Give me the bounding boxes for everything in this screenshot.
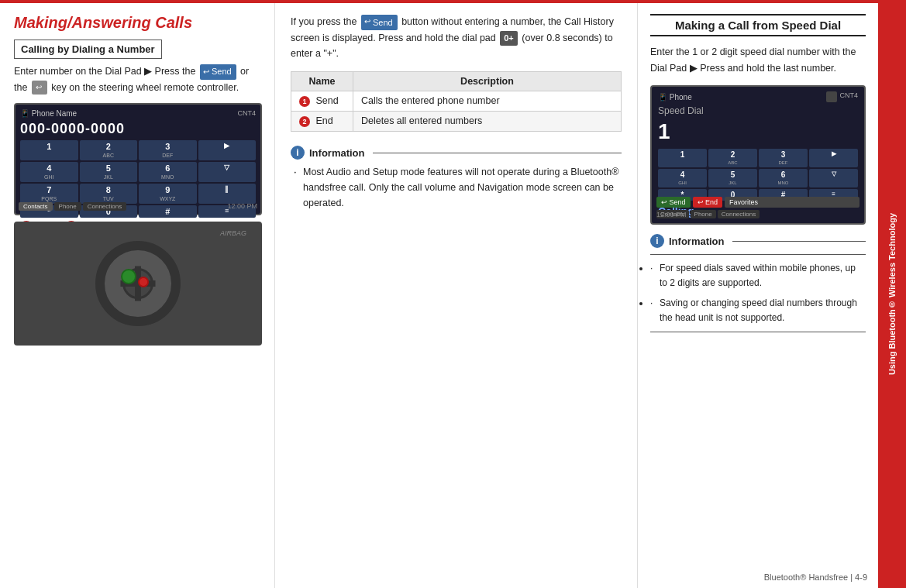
table-header-desc: Description xyxy=(353,72,622,91)
zero-badge: 0+ xyxy=(500,31,518,45)
right-body-text: Enter the 1 or 2 digit speed dial number… xyxy=(650,44,866,76)
red-end-button xyxy=(138,277,149,287)
left-column: Making/Answering Calls Calling by Dialin… xyxy=(0,3,275,588)
table-header-name: Name xyxy=(291,72,353,91)
info-list-right: ·For speed dials saved within mobile pho… xyxy=(650,261,866,325)
info-box-header-mid: i Information xyxy=(291,146,622,160)
table-row-send: 1 Send Calls the entered phone number xyxy=(291,91,622,112)
phone-header-left: 📱 Phone Name xyxy=(20,109,77,118)
psr-tab-connections: Connections xyxy=(718,210,760,218)
main-content: Making/Answering Calls Calling by Dialin… xyxy=(0,3,878,588)
psr-key-2: 2ABC xyxy=(708,149,757,167)
phone-screen-right: 📱 Phone CNT4 Speed Dial 1 1 2ABC 3DEF ▶ … xyxy=(650,85,866,225)
psr-key-1: 1 xyxy=(658,149,707,167)
steering-wheel-image: AIRBAG xyxy=(14,222,262,346)
middle-column: If you press the Send button without ent… xyxy=(275,3,638,588)
psr-btn-row: ↩ Send ↩ End Favorites xyxy=(656,197,859,208)
table-cell-end-desc: Deletes all entered numbers xyxy=(353,112,622,132)
key-7: 7PQRS xyxy=(20,184,78,204)
table-row-end: 2 End Deletes all entered numbers xyxy=(291,112,622,132)
mid-intro-text: If you press the Send button without ent… xyxy=(291,14,622,62)
psr-key-unk2: ▽ xyxy=(809,169,858,187)
psr-end-btn: ↩ End xyxy=(693,197,723,208)
info-box-right: i Information ·For speed dials saved wit… xyxy=(650,234,866,332)
psr-key-6: 6MNO xyxy=(759,169,808,187)
row2-num: 2 xyxy=(299,116,310,127)
sidebar-label: Using Bluetooth® Wireless Technology xyxy=(887,213,897,375)
key-unk2: ▽ xyxy=(198,162,257,182)
table-cell-send-name: 1 Send xyxy=(291,91,353,112)
tab-contacts: Contacts xyxy=(19,202,53,211)
table-cell-end-name: 2 End xyxy=(291,112,353,132)
psr-number: 1 xyxy=(658,119,858,144)
psr-tabs: Contacts Phone Connections xyxy=(656,210,859,218)
psr-icons: CNT4 xyxy=(826,91,858,102)
psr-tab-phone: Phone xyxy=(691,210,716,218)
steering-wheel xyxy=(95,241,181,326)
key-9: 9WXYZ xyxy=(139,184,197,204)
info-item-mid-0: ·Most Audio and Setup mode features will… xyxy=(294,164,622,211)
info-divider-right xyxy=(732,241,866,242)
sub-section-title: Calling by Dialing a Number xyxy=(14,40,162,59)
info-title-mid: Information xyxy=(309,147,365,159)
info-box-header-right: i Information xyxy=(650,234,866,248)
table-cell-send-desc: Calls the entered phone number xyxy=(353,91,622,112)
info-icon-mid: i xyxy=(291,146,305,160)
psr-send-btn: ↩ Send xyxy=(656,197,691,208)
psr-time: 12:00 PM xyxy=(656,211,687,218)
info-title-right: Information xyxy=(669,236,725,247)
psr-key-3: 3DEF xyxy=(759,149,808,167)
row1-name: Send xyxy=(315,95,338,106)
tab-phone: Phone xyxy=(54,202,81,211)
left-body-text: Enter number on the Dial Pad ▶ Press the… xyxy=(14,64,262,95)
phone-screen-left: 📱 Phone Name CNT4 000-0000-0000 1 2ABC 3… xyxy=(14,103,262,215)
key-4: 4GHI xyxy=(20,162,78,182)
divider-bottom xyxy=(650,332,866,332)
key-unk3: ‖ xyxy=(198,184,257,204)
airbag-text: AIRBAG xyxy=(220,229,246,237)
psr-key-5: 5JKL xyxy=(708,169,757,187)
key-badge-left xyxy=(32,81,47,95)
main-title: Making/Answering Calls xyxy=(14,14,262,32)
row1-num: 1 xyxy=(299,96,310,107)
row2-name: End xyxy=(315,115,332,126)
key-8: 8TUV xyxy=(80,184,138,204)
info-icon-right: i xyxy=(650,234,664,248)
mid-intro1: If you press the xyxy=(291,16,357,27)
psr-speed-dial-label: Speed Dial xyxy=(658,105,858,116)
psr-bottom: ↩ Send ↩ End Favorites Contacts Phone Co… xyxy=(656,197,859,218)
info-divider-mid xyxy=(373,153,622,153)
psr-header: 📱 Phone CNT4 xyxy=(658,91,858,102)
footer: Bluetooth® Handsfree | 4-9 xyxy=(764,573,867,582)
divider-top xyxy=(650,254,866,255)
info-list-mid: ·Most Audio and Setup mode features will… xyxy=(291,164,622,211)
psr-fav-btn: Favorites xyxy=(725,197,859,208)
tab-connections: Connections xyxy=(83,202,126,211)
key-5: 5JKL xyxy=(80,162,138,182)
phone-number: 000-0000-0000 xyxy=(20,121,256,137)
key-2: 2ABC xyxy=(80,140,138,160)
psr-header-left: 📱 Phone xyxy=(658,93,692,101)
send-badge-left: Send xyxy=(200,64,236,80)
phone-time-left: 12:00 PM xyxy=(227,202,257,211)
key-1: 1 xyxy=(20,140,78,160)
key-unk1: ▶ xyxy=(198,140,257,160)
psr-key-unk: ▶ xyxy=(809,149,858,167)
info-item-right-0: ·For speed dials saved within mobile pho… xyxy=(650,261,866,291)
send-badge-mid: Send xyxy=(361,15,398,30)
psr-icon-1 xyxy=(826,91,837,102)
info-table: Name Description 1 Send Calls the entere… xyxy=(291,71,622,132)
left-body-text1: Enter number on the Dial Pad ▶ Press the xyxy=(14,66,195,77)
right-sidebar: Using Bluetooth® Wireless Technology xyxy=(878,0,906,588)
right-section-title: Making a Call from Speed Dial xyxy=(650,14,866,36)
right-column: Making a Call from Speed Dial Enter the … xyxy=(638,3,878,588)
key-6: 6MNO xyxy=(139,162,197,182)
phone-header: 📱 Phone Name CNT4 xyxy=(20,109,256,118)
info-box-mid: i Information ·Most Audio and Setup mode… xyxy=(291,146,622,211)
footer-text: Bluetooth® Handsfree | 4-9 xyxy=(764,573,867,582)
left-body-text3: key on the steering wheel remote control… xyxy=(51,82,239,93)
green-call-button xyxy=(121,269,136,284)
phone-header-right: CNT4 xyxy=(237,109,256,117)
phone-tabs: Contacts Phone Connections 12:00 PM xyxy=(19,202,257,211)
info-item-right-1: ·Saving or changing speed dial numbers t… xyxy=(650,296,866,325)
